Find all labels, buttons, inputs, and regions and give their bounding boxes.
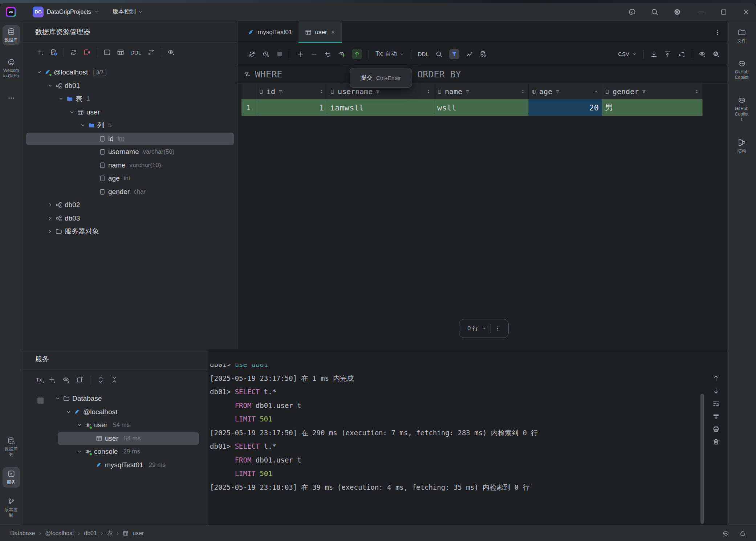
tree-item-@localhost[interactable]: @localhost3/7 xyxy=(23,66,237,79)
stripe-item-files[interactable]: 文件 xyxy=(733,26,751,46)
editor-tab-mysqlTest01[interactable]: mysqlTest01 xyxy=(241,21,298,43)
add-datasource-icon[interactable] xyxy=(37,49,44,56)
column-header-age[interactable]: age xyxy=(529,84,602,99)
chart-view-icon[interactable] xyxy=(466,51,473,58)
find-icon[interactable] xyxy=(435,51,443,58)
stripe-item-github-welcome[interactable]: Welcom to GitHu xyxy=(3,56,20,81)
navigate-icon[interactable] xyxy=(147,49,155,56)
tree-item-name[interactable]: namevarchar(10) xyxy=(23,159,237,172)
tree-item-id[interactable]: idint xyxy=(23,132,237,146)
open-table-icon[interactable] xyxy=(117,49,124,56)
jump-to-console-icon[interactable] xyxy=(103,49,111,56)
sort-asc-icon[interactable] xyxy=(594,89,599,94)
reload-data-icon[interactable] xyxy=(248,51,256,58)
tab-close-icon[interactable] xyxy=(330,30,336,35)
tree-item-@localhost[interactable]: @localhost xyxy=(23,405,207,419)
delete-row-icon[interactable] xyxy=(310,51,318,58)
project-selector[interactable]: DG DataGripProjects xyxy=(33,7,99,17)
transfer-icon[interactable] xyxy=(678,51,685,58)
tree-item-列[interactable]: 列5 xyxy=(23,119,237,132)
preview-changes-icon[interactable] xyxy=(338,51,345,58)
import-icon[interactable] xyxy=(650,51,658,58)
tree-item-db01[interactable]: db01 xyxy=(23,79,237,93)
funnel-sm-icon[interactable] xyxy=(642,89,646,94)
stripe-item-services[interactable]: 服务 xyxy=(3,467,20,488)
footer-kebab-icon[interactable] xyxy=(495,326,500,331)
disconnect-icon[interactable] xyxy=(84,49,91,56)
prev-occurrence-icon[interactable] xyxy=(712,375,720,382)
funnel-sm-icon[interactable] xyxy=(465,89,470,94)
data-views-icon[interactable] xyxy=(480,51,487,58)
tree-item-username[interactable]: usernamevarchar(50) xyxy=(23,145,237,159)
sort-both-icon[interactable] xyxy=(319,89,324,94)
chevron-down-icon[interactable] xyxy=(55,396,61,401)
copilot-status-icon[interactable] xyxy=(723,530,729,537)
chevron-down-icon[interactable] xyxy=(58,96,64,102)
search-icon[interactable] xyxy=(651,8,659,16)
funnel-sm-icon[interactable] xyxy=(375,89,380,94)
chevron-down-icon[interactable] xyxy=(69,109,75,115)
tree-item-Database[interactable]: Database xyxy=(23,392,207,405)
grid-settings-icon[interactable] xyxy=(712,51,720,58)
export-format-dropdown[interactable]: CSV xyxy=(618,51,637,57)
view-options-icon[interactable] xyxy=(167,49,175,56)
sort-both-icon[interactable] xyxy=(694,89,699,94)
unlock-icon[interactable] xyxy=(739,530,746,537)
window-maximize-icon[interactable] xyxy=(720,8,728,16)
tree-item-db02[interactable]: db02 xyxy=(23,198,237,212)
cell-gender[interactable]: 男 xyxy=(602,99,703,116)
stripe-item-more[interactable] xyxy=(3,92,20,105)
stripe-item-structure[interactable]: 结构 xyxy=(733,136,751,156)
sort-both-icon[interactable] xyxy=(426,89,431,94)
grid-footer-pill[interactable]: 0 行 xyxy=(459,319,509,338)
tree-item-db03[interactable]: db03 xyxy=(23,212,237,225)
ai-assistant-icon[interactable] xyxy=(628,8,636,16)
tree-item-gender[interactable]: genderchar xyxy=(23,185,237,199)
next-occurrence-icon[interactable] xyxy=(712,387,720,395)
column-header-name[interactable]: name xyxy=(434,84,529,99)
tree-item-user[interactable]: user xyxy=(23,106,237,119)
cell-name[interactable]: wsll xyxy=(434,99,529,116)
console-viewport[interactable]: db01> use db01[2025-05-19 23:17:50] 在 1 … xyxy=(207,364,704,525)
tree-item-user[interactable]: user54 ms xyxy=(23,432,207,445)
tree-item-mysqlTest01[interactable]: mysqlTest0129 ms xyxy=(23,459,207,472)
breadcrumb-item[interactable]: db01 xyxy=(84,530,97,537)
stripe-item-github-copilot[interactable]: GitHub Copilot xyxy=(733,57,751,83)
tree-item-age[interactable]: ageint xyxy=(23,172,237,185)
chevron-down-icon[interactable] xyxy=(77,449,82,455)
new-console-icon[interactable] xyxy=(76,376,84,383)
chevron-down-icon[interactable] xyxy=(66,409,72,415)
tab-options-kebab-icon[interactable] xyxy=(714,29,721,36)
add-row-icon[interactable] xyxy=(297,51,304,58)
export-icon[interactable] xyxy=(664,51,671,58)
stripe-item-github-copilot-2[interactable]: GitHub Copilot t xyxy=(733,94,751,125)
funnel-sm-icon[interactable] xyxy=(278,89,283,94)
print-icon[interactable] xyxy=(712,425,720,433)
column-header-id[interactable]: id xyxy=(256,84,327,99)
stripe-item-version-control[interactable]: 版本控制 xyxy=(3,495,20,521)
chevron-down-icon[interactable] xyxy=(47,83,53,89)
chevron-right-icon[interactable] xyxy=(47,202,53,208)
tree-item-表[interactable]: 表1 xyxy=(23,92,237,106)
row-number[interactable]: 1 xyxy=(241,99,256,116)
chevron-right-icon[interactable] xyxy=(47,215,53,221)
collapse-all-icon[interactable] xyxy=(111,376,118,383)
grid-filter-row[interactable]: WHERE ORDER BY xyxy=(237,65,727,84)
breadcrumb-item[interactable]: @localhost xyxy=(45,530,74,537)
tx-button[interactable]: Tx xyxy=(36,376,42,383)
breadcrumb-item[interactable]: Database xyxy=(10,530,35,537)
breadcrumb[interactable]: Database›@localhost›db01›表›user xyxy=(10,529,144,537)
tree-item-console[interactable]: console29 ms xyxy=(23,445,207,459)
chevron-down-icon[interactable] xyxy=(36,69,42,75)
ddl-button[interactable]: DDL xyxy=(130,49,141,56)
breadcrumb-item[interactable]: 表 xyxy=(107,529,113,537)
funnel-sm-icon[interactable] xyxy=(555,89,560,94)
datasource-settings-icon[interactable] xyxy=(50,49,57,56)
chevron-right-icon[interactable] xyxy=(47,229,53,234)
tree-item-user[interactable]: user54 ms xyxy=(23,419,207,432)
expand-all-icon[interactable] xyxy=(97,376,104,383)
tx-mode-dropdown[interactable]: Tx: 自动 xyxy=(375,50,405,58)
revert-icon[interactable] xyxy=(324,51,332,58)
chevron-down-icon[interactable] xyxy=(80,122,86,128)
ddl-button[interactable]: DDL xyxy=(418,51,429,57)
